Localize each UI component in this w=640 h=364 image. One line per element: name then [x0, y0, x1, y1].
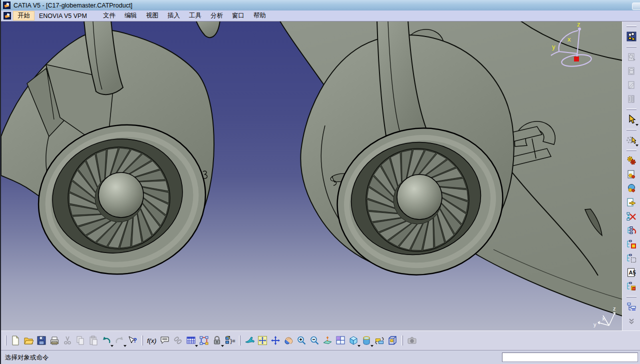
status-bar: 选择对象或命令: [1, 350, 640, 364]
toolbar-grip[interactable]: [626, 108, 636, 110]
engine1-spinner: [98, 172, 144, 218]
component-3-button[interactable]: [625, 78, 638, 92]
update-document-button[interactable]: [625, 168, 638, 181]
rotate-button[interactable]: [282, 334, 295, 347]
toolbar-grip[interactable]: [142, 336, 143, 346]
select-button[interactable]: [625, 113, 638, 126]
visible-space-button[interactable]: [386, 334, 399, 347]
menu-help[interactable]: 帮助: [249, 11, 270, 20]
toolbar-grip[interactable]: [239, 336, 240, 346]
design-table-button[interactable]: [184, 334, 198, 347]
menu-insert[interactable]: 插入: [163, 11, 184, 20]
open-button[interactable]: [22, 334, 35, 347]
cut-button[interactable]: [61, 334, 74, 347]
selective-load-button[interactable]: [625, 252, 638, 265]
bottom-toolbar: ? f(x) }=: [1, 330, 640, 350]
zoom-in-button[interactable]: [295, 334, 308, 347]
isometric-view-button[interactable]: [347, 334, 360, 347]
update-button[interactable]: [625, 154, 638, 167]
comment-button[interactable]: [158, 334, 172, 347]
fly-mode-button[interactable]: [243, 334, 256, 347]
pan-button[interactable]: [269, 334, 282, 347]
normal-view-button[interactable]: [321, 334, 334, 347]
model-render[interactable]: z x y z y x: [1, 22, 622, 330]
compass-y-label: y: [552, 43, 556, 50]
right-toolbar: A5: [622, 22, 640, 330]
relations-button[interactable]: [198, 334, 210, 347]
catia-window: CATIA V5 - [C17-globemaster.CATProduct] …: [0, 0, 640, 364]
power-select-button[interactable]: [625, 134, 638, 146]
copy-button[interactable]: [74, 334, 87, 347]
open-representation-button[interactable]: [625, 196, 638, 209]
whats-this-help-button[interactable]: ?: [126, 334, 139, 347]
menu-start[interactable]: 开始: [13, 11, 34, 20]
triad-y-label: y: [594, 322, 596, 328]
compass-z-label: z: [577, 22, 580, 28]
menu-view[interactable]: 视图: [142, 11, 163, 20]
viewport-3d[interactable]: z x y z y x: [1, 22, 622, 330]
title-bar[interactable]: CATIA V5 - [C17-globemaster.CATProduct]: [1, 0, 640, 10]
toolbar-grip[interactable]: [626, 26, 636, 27]
formula-button[interactable]: f(x): [146, 334, 158, 347]
reorder-tree-button[interactable]: [625, 224, 638, 237]
command-input[interactable]: [502, 352, 638, 362]
triad-x-label: x: [602, 316, 605, 322]
more-tools-chevron[interactable]: [625, 314, 638, 328]
toolbar-grip[interactable]: [626, 129, 636, 130]
multi-view-button[interactable]: [334, 334, 347, 347]
equivalent-dimensions-button[interactable]: }=: [224, 334, 236, 347]
catia-app-icon: [3, 2, 10, 9]
new-document-button[interactable]: [9, 334, 22, 347]
toolbar-grip[interactable]: [5, 336, 6, 346]
toolbar-grip[interactable]: [626, 296, 636, 298]
component-4-button[interactable]: [625, 92, 638, 106]
zoom-out-button[interactable]: [308, 334, 321, 347]
svg-text:}=: }=: [230, 338, 236, 344]
tree-node-button[interactable]: [625, 280, 638, 293]
break-links-button[interactable]: [625, 210, 638, 223]
svg-text:?: ?: [133, 336, 137, 344]
engine2-spinner: [397, 174, 442, 220]
lock-button[interactable]: [210, 334, 224, 347]
product-tree-button[interactable]: [625, 300, 638, 314]
svg-text:f(x): f(x): [147, 337, 156, 344]
menu-bar: 开始 ENOVIA V5 VPM 文件 编辑 视图 插入 工具 分析 窗口 帮助: [1, 10, 640, 21]
window-title: CATIA V5 - [C17-globemaster.CATProduct]: [14, 2, 132, 9]
window-restore-button[interactable]: [632, 2, 640, 10]
compass-origin: [574, 56, 579, 62]
render-style-button[interactable]: [360, 334, 373, 347]
toolbar-grip[interactable]: [626, 46, 636, 48]
menu-enovia[interactable]: ENOVIA V5 VPM: [34, 12, 92, 20]
product-structure-button[interactable]: [625, 30, 638, 43]
component-1-button[interactable]: [625, 50, 638, 64]
quick-print-button[interactable]: [48, 334, 61, 347]
triad-z-label: z: [613, 306, 616, 312]
toolbar-grip[interactable]: [402, 336, 403, 346]
hide-show-swap-button[interactable]: [373, 334, 386, 347]
component-2-button[interactable]: [625, 64, 638, 78]
menu-analyze[interactable]: 分析: [206, 11, 228, 20]
link-button[interactable]: [172, 334, 184, 347]
manage-representations-button[interactable]: [625, 182, 638, 195]
paste-button[interactable]: [87, 334, 100, 347]
toolbar-grip[interactable]: [626, 150, 636, 151]
redo-button[interactable]: [113, 334, 126, 347]
save-button[interactable]: [35, 334, 48, 347]
screen-capture-button[interactable]: [406, 334, 418, 347]
generate-numbering-button[interactable]: A5: [625, 266, 638, 279]
undo-button[interactable]: [100, 334, 113, 347]
graph-tree-item-button[interactable]: [625, 238, 638, 251]
status-message: 选择对象或命令: [5, 354, 49, 362]
compass-x-label: x: [568, 36, 571, 43]
menu-tools[interactable]: 工具: [184, 11, 206, 20]
menu-file[interactable]: 文件: [98, 11, 120, 20]
menu-window[interactable]: 窗口: [228, 11, 249, 20]
document-icon: [4, 12, 11, 20]
fit-all-in-button[interactable]: [256, 334, 269, 347]
menu-edit[interactable]: 编辑: [120, 11, 142, 20]
